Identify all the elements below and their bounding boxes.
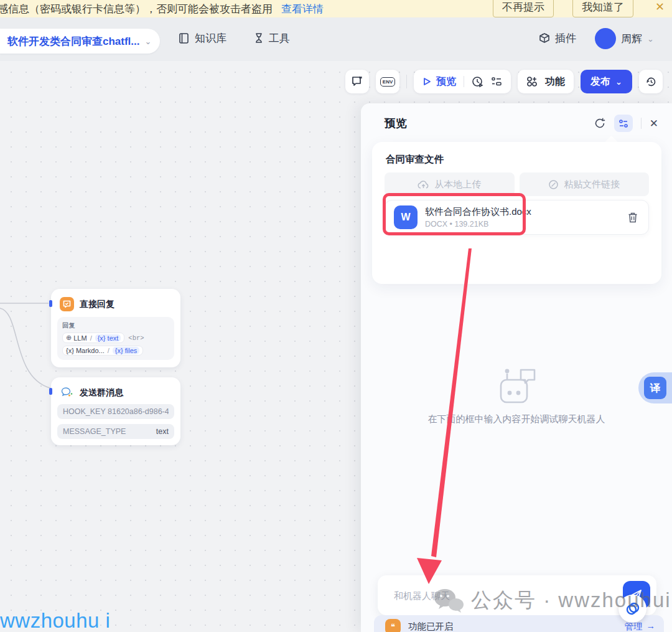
empty-hint-text: 在下面的框中输入内容开始调试聊天机器人 [361,413,672,425]
nav-plugins[interactable]: 插件 [539,31,576,45]
empty-chat-state: 在下面的框中输入内容开始调试聊天机器人 [361,364,672,425]
robot-icon [492,364,541,405]
features-label: 功能 [545,75,565,88]
var-token-markdown[interactable]: {x} Markdo... [66,347,105,354]
chat-x-icon [352,76,363,87]
translate-float-button[interactable]: 译 [638,372,672,403]
paste-link-tab[interactable]: 粘贴文件链接 [520,172,650,196]
sliders-icon [618,119,628,128]
banner-text: 感信息（密码或银行卡信息等），否则可能会被攻击者盗用 [0,2,273,16]
app-title: 软件开发类合同审查chatfl... [7,34,140,49]
chevron-down-icon: ⌄ [615,78,622,86]
translate-label: 译 [644,377,666,399]
toolbar-divider [406,75,407,88]
upload-local-label: 从本地上传 [434,179,481,191]
clock-play-icon [472,76,483,88]
hook-key-row[interactable]: HOOK_KEY 81620a86-d986-4509-... [57,404,174,419]
llm-ref[interactable]: LLM [73,334,86,342]
reply-node-icon [60,297,74,311]
features-status-bar[interactable]: ❝ 功能已开启 管理 → [374,615,664,632]
nav-tools[interactable]: 工具 [254,31,290,45]
node-title: 直接回复 [80,299,114,310]
panel-header-divider [641,118,642,129]
node-title: 发送群消息 [80,387,123,399]
preview-label: 预览 [436,75,456,88]
reset-conversation-button[interactable] [594,117,606,130]
hook-key-text: HOOK_KEY 81620a86-d986-4509-... [63,407,169,416]
features-status-label: 功能已开启 [408,621,454,632]
reply-section-label: 回复 [62,321,169,330]
paste-link-label: 粘贴文件链接 [564,179,620,191]
preview-panel: 预览 ✕ 合同审查文件 从本地上传 粘贴文件链接 W 软件合同合作协议书.doc… [361,103,672,632]
book-icon [178,32,190,44]
message-type-key: MESSAGE_TYPE [63,427,126,436]
features-button[interactable]: 功能 [518,70,574,93]
app-header: 软件开发类合同审查chatfl... ⌄ 知识库 工具 插件 周辉 ⌄ [0,17,672,61]
preview-run-button[interactable]: 预览 [422,75,456,88]
user-name: 周辉 [621,32,642,46]
chevron-down-icon: ⌄ [647,35,654,43]
separator: / [89,334,93,342]
app-title-pill[interactable]: 软件开发类合同审查chatfl... ⌄ [0,29,160,54]
var-token-files[interactable]: {x} files [113,347,139,354]
reply-line-1: ⊕ LLM / {x} text <br> [62,333,169,343]
preview-group: 预览 [414,70,511,93]
chevron-down-icon: ⌄ [145,37,152,45]
dont-remind-button[interactable]: 不再提示 [493,0,554,17]
node-send-group-message[interactable]: 发送群消息 HOOK_KEY 81620a86-d986-4509-... ME… [51,377,180,445]
tool-icon [254,32,264,44]
group-message-node-icon [60,385,74,400]
reply-line-2: {x} Markdo... / {x} files [62,346,169,356]
br-literal: <br> [128,334,144,342]
close-banner-button[interactable]: ✕ [655,0,665,14]
watermark-center: 公众号 · wwzhouhui [432,587,671,615]
user-avatar [595,28,616,49]
version-history-button[interactable] [639,70,663,93]
var-token-text[interactable]: {x} text [95,334,121,342]
canvas-toolbar: ENV 预览 功能 发布 ⌄ [0,70,663,93]
quote-icon: ❝ [385,619,401,632]
close-panel-button[interactable]: ✕ [650,117,658,130]
manage-features-link[interactable]: 管理 → [625,621,656,632]
checklist-button[interactable] [491,77,502,87]
card-title: 合同审查文件 [386,153,444,166]
node-direct-reply[interactable]: 直接回复 回复 ⊕ LLM / {x} text <br> {x} Markdo… [51,289,180,367]
nav-label: 工具 [269,31,290,45]
toolbar-divider [464,76,464,87]
features-icon [526,76,538,87]
history-icon [645,76,657,88]
env-variables-button[interactable]: ENV [376,70,399,93]
input-port[interactable] [49,388,52,395]
got-it-button[interactable]: 我知道了 [572,0,633,17]
message-type-row[interactable]: MESSAGE_TYPE text [57,424,174,439]
checklist-icon [491,77,502,87]
comment-debug-button[interactable] [345,70,369,93]
watermark-text: 公众号 · wwzhouhui [471,587,671,615]
user-menu[interactable]: 周辉 ⌄ [595,28,654,49]
env-icon: ENV [380,77,395,87]
plugin-cube-icon [539,32,550,44]
watermark-bottom-left: wwzhouhu i [0,609,110,632]
reply-node-body: 回复 ⊕ LLM / {x} text <br> {x} Markdo... /… [57,317,174,360]
upload-cloud-icon [418,180,429,189]
publish-label: 发布 [590,75,610,88]
plugins-label: 插件 [555,31,576,45]
delete-file-button[interactable] [627,212,638,224]
annotation-highlight-box [383,193,526,235]
arrow-right-icon: → [646,621,656,632]
link-icon [548,179,559,190]
input-port[interactable] [49,300,52,307]
parameters-button[interactable] [614,115,633,132]
publish-button[interactable]: 发布 ⌄ [581,70,632,93]
security-warning-banner: 感信息（密码或银行卡信息等），否则可能会被攻击者盗用 查看详情 不再提示 我知道… [0,0,672,17]
wechat-icon [432,587,465,615]
run-history-button[interactable] [472,76,483,88]
nav-knowledge-base[interactable]: 知识库 [178,31,226,45]
nav-label: 知识库 [195,31,226,45]
play-icon [422,77,431,86]
separator: / [106,347,111,354]
panel-title: 预览 [385,116,407,131]
view-details-link[interactable]: 查看详情 [281,2,324,16]
trash-icon [627,212,638,224]
refresh-icon [594,117,606,130]
